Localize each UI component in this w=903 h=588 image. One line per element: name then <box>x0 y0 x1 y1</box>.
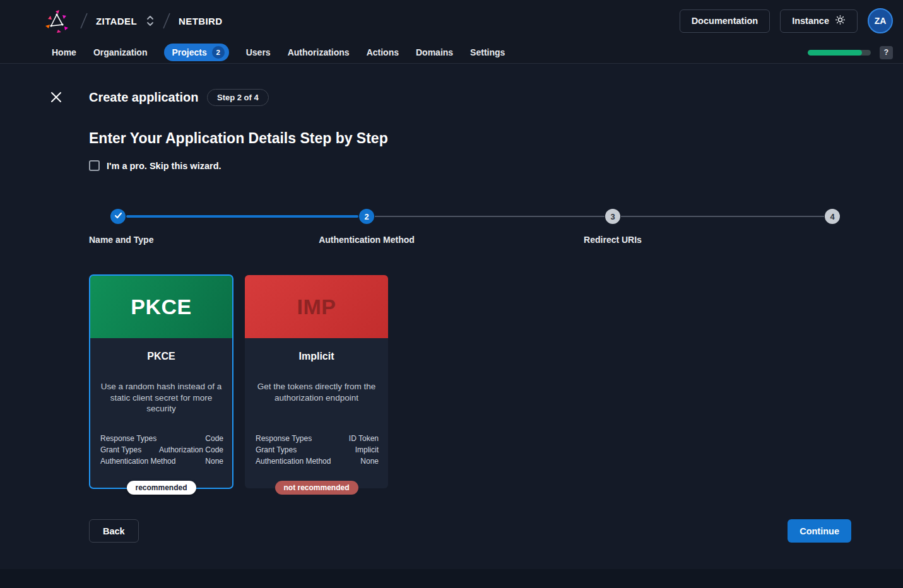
zitadel-logo-icon[interactable] <box>42 6 72 36</box>
step-1-circle <box>110 209 126 224</box>
gear-icon <box>835 15 846 27</box>
back-button[interactable]: Back <box>89 519 139 543</box>
detail-row: Authentication Method None <box>256 456 379 467</box>
continue-button[interactable]: Continue <box>788 519 851 543</box>
not-recommended-badge: not recommended <box>274 481 358 495</box>
stepper-connector-active <box>126 215 358 218</box>
detail-value: None <box>360 456 379 467</box>
pkce-card-details: Response Types Code Grant Types Authoriz… <box>100 433 223 467</box>
nav-tab-domains[interactable]: Domains <box>416 47 453 57</box>
skip-wizard-label: I'm a pro. Skip this wizard. <box>107 161 221 171</box>
step-1-label: Name and Type <box>89 235 153 245</box>
detail-value: None <box>205 456 223 467</box>
breadcrumb-project[interactable]: NETBIRD <box>179 16 222 26</box>
step-2-circle: 2 <box>359 209 374 224</box>
app-frame: ZITADEL NETBIRD Documentation Instance <box>0 0 903 588</box>
detail-row: Response Types ID Token <box>256 433 379 444</box>
instance-button-label: Instance <box>792 16 829 26</box>
quota-progress-fill <box>808 50 862 56</box>
detail-label: Authentication Method <box>256 456 331 467</box>
detail-label: Response Types <box>256 433 312 444</box>
pkce-card-title: PKCE <box>90 351 233 362</box>
close-icon[interactable] <box>49 91 63 105</box>
step-3-label: Redirect URIs <box>584 235 642 245</box>
stepper-connector <box>621 216 824 217</box>
step-2-label: Authentication Method <box>319 235 415 245</box>
breadcrumb-org[interactable]: ZITADEL <box>96 16 137 26</box>
nav-tab-users[interactable]: Users <box>246 47 271 57</box>
detail-row: Response Types Code <box>100 433 223 444</box>
detail-label: Authentication Method <box>100 456 175 467</box>
pkce-card-description: Use a random hash instead of a static cl… <box>98 381 224 415</box>
nav-tab-settings[interactable]: Settings <box>470 47 505 57</box>
nav-tab-home[interactable]: Home <box>52 47 76 57</box>
detail-label: Grant Types <box>100 444 141 456</box>
page-title: Create application <box>89 90 198 105</box>
check-icon <box>114 211 122 221</box>
footer-strip <box>0 569 903 588</box>
nav-tab-authorizations[interactable]: Authorizations <box>288 47 350 57</box>
detail-label: Response Types <box>100 433 156 444</box>
breadcrumb-slash-icon <box>76 11 92 30</box>
top-header: ZITADEL NETBIRD Documentation Instance <box>0 0 903 42</box>
recommended-badge: recommended <box>126 481 196 495</box>
skip-wizard-checkbox[interactable] <box>89 160 100 171</box>
help-button[interactable]: ? <box>880 46 893 59</box>
nav-tab-projects[interactable]: Projects 2 <box>164 44 228 61</box>
detail-value: Code <box>205 433 223 444</box>
projects-count-badge: 2 <box>212 46 225 59</box>
auth-method-card-implicit[interactable]: IMP Implicit Get the tokens directly fro… <box>245 275 388 488</box>
quota-progress-bar <box>808 50 871 56</box>
avatar-initials: ZA <box>875 16 887 26</box>
detail-value: Implicit <box>355 444 379 456</box>
step-chip: Step 2 of 4 <box>207 89 269 106</box>
detail-row: Authentication Method None <box>100 456 223 467</box>
step-4-circle: 4 <box>825 209 840 224</box>
implicit-card-banner: IMP <box>245 275 388 338</box>
detail-label: Grant Types <box>256 444 297 456</box>
instance-button[interactable]: Instance <box>780 9 858 33</box>
step-3-circle: 3 <box>605 209 620 224</box>
documentation-button[interactable]: Documentation <box>680 9 770 33</box>
avatar[interactable]: ZA <box>868 8 893 33</box>
nav-tab-actions[interactable]: Actions <box>367 47 399 57</box>
skip-wizard-row: I'm a pro. Skip this wizard. <box>89 160 221 171</box>
detail-value: Authorization Code <box>159 444 223 456</box>
nav-tab-organization[interactable]: Organization <box>93 47 148 57</box>
stepper-connector <box>375 216 605 217</box>
detail-row: Grant Types Authorization Code <box>100 444 223 456</box>
detail-value: ID Token <box>349 433 379 444</box>
implicit-card-title: Implicit <box>245 351 388 362</box>
detail-row: Grant Types Implicit <box>256 444 379 456</box>
wizard-heading: Enter Your Application Details Step by S… <box>89 130 388 147</box>
breadcrumb-slash-icon <box>158 11 175 30</box>
auth-method-card-pkce[interactable]: PKCE PKCE Use a random hash instead of a… <box>90 275 233 488</box>
org-switcher-icon[interactable] <box>146 15 155 27</box>
pkce-card-banner: PKCE <box>90 275 233 338</box>
main-nav: Home Organization Projects 2 Users Autho… <box>0 42 903 64</box>
implicit-card-description: Get the tokens directly from the authori… <box>254 381 379 403</box>
documentation-button-label: Documentation <box>692 16 758 26</box>
nav-tab-projects-label: Projects <box>172 47 206 57</box>
implicit-card-details: Response Types ID Token Grant Types Impl… <box>256 433 379 467</box>
